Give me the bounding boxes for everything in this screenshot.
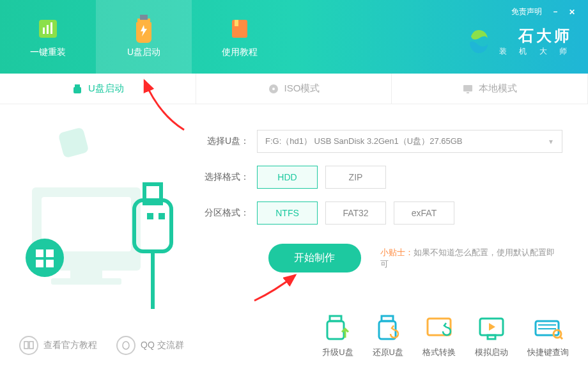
svg-rect-28 bbox=[327, 321, 344, 339]
usb-illustration bbox=[26, 123, 179, 303]
svg-rect-7 bbox=[75, 84, 80, 87]
action-hotkey-lookup[interactable]: 快捷键查询 bbox=[527, 315, 569, 358]
app-header: 一键重装 U盘启动 使用教程 免责声明 － ✕ 石大师 装 机 大 师 bbox=[0, 0, 588, 74]
nav-tutorial-label: 使用教程 bbox=[222, 47, 258, 58]
start-button[interactable]: 开始制作 bbox=[268, 244, 361, 272]
footer-qq[interactable]: QQ 交流群 bbox=[116, 336, 184, 355]
svg-rect-20 bbox=[46, 249, 54, 257]
svg-rect-16 bbox=[70, 271, 102, 278]
svg-rect-17 bbox=[51, 278, 121, 285]
usb-icon bbox=[72, 83, 83, 95]
brand-logo-icon bbox=[465, 28, 493, 56]
svg-rect-1 bbox=[43, 28, 45, 34]
footer-tutorial[interactable]: 查看官方教程 bbox=[19, 336, 97, 355]
restore-usb-icon bbox=[373, 315, 403, 342]
usb-boot-icon bbox=[131, 16, 157, 42]
book-icon bbox=[19, 336, 38, 355]
svg-rect-5 bbox=[232, 20, 247, 38]
svg-rect-2 bbox=[47, 25, 49, 34]
svg-line-38 bbox=[560, 336, 562, 339]
partition-fat32[interactable]: FAT32 bbox=[325, 201, 386, 225]
reinstall-icon bbox=[35, 16, 61, 42]
svg-rect-6 bbox=[235, 20, 238, 26]
disk-label: 选择U盘： bbox=[205, 136, 249, 147]
config-form: 选择U盘： F:G:（hd1） USB SanDisk 3.2Gen1（U盘）2… bbox=[205, 123, 562, 303]
svg-rect-33 bbox=[488, 335, 495, 339]
nav-reinstall-label: 一键重装 bbox=[30, 47, 66, 58]
format-convert-icon bbox=[424, 315, 454, 342]
tutorial-icon bbox=[227, 16, 252, 42]
nav-usb-boot-label: U盘启动 bbox=[127, 47, 160, 58]
minimize-icon[interactable]: － bbox=[552, 6, 559, 17]
close-icon[interactable]: ✕ bbox=[569, 8, 575, 17]
svg-rect-22 bbox=[46, 260, 54, 267]
svg-point-39 bbox=[123, 342, 129, 349]
format-zip[interactable]: ZIP bbox=[325, 166, 386, 189]
brand-sub: 装 机 大 师 bbox=[499, 46, 572, 57]
mode-tabs: U盘启动 ISO模式 本地模式 bbox=[0, 74, 588, 104]
partition-exfat[interactable]: exFAT bbox=[394, 201, 454, 225]
simulate-boot-icon bbox=[476, 315, 507, 342]
svg-rect-19 bbox=[36, 249, 43, 257]
main-content: 选择U盘： F:G:（hd1） USB SanDisk 3.2Gen1（U盘）2… bbox=[0, 104, 588, 303]
nav-usb-boot[interactable]: U盘启动 bbox=[96, 0, 192, 74]
disclaimer-link[interactable]: 免责声明 bbox=[511, 6, 542, 17]
svg-rect-3 bbox=[50, 22, 52, 34]
svg-rect-12 bbox=[467, 92, 469, 93]
nav-reinstall[interactable]: 一键重装 bbox=[0, 0, 96, 74]
action-restore-usb[interactable]: 还原U盘 bbox=[373, 315, 403, 358]
brand-name: 石大师 bbox=[499, 26, 572, 46]
tab-iso-mode[interactable]: ISO模式 bbox=[196, 74, 392, 104]
tab-usb-boot[interactable]: U盘启动 bbox=[0, 74, 196, 104]
partition-label: 分区格式： bbox=[205, 207, 249, 219]
format-hdd[interactable]: HDD bbox=[257, 166, 318, 189]
brand: 石大师 装 机 大 师 bbox=[465, 26, 572, 57]
iso-icon bbox=[268, 83, 279, 95]
svg-rect-4 bbox=[140, 15, 148, 20]
action-simulate-boot[interactable]: 模拟启动 bbox=[475, 315, 508, 358]
svg-rect-11 bbox=[463, 85, 472, 91]
svg-rect-13 bbox=[58, 127, 89, 159]
window-controls: 免责声明 － ✕ bbox=[511, 6, 575, 17]
svg-rect-21 bbox=[36, 260, 43, 267]
partition-ntfs[interactable]: NTFS bbox=[257, 201, 318, 225]
svg-point-10 bbox=[272, 88, 275, 90]
qq-icon bbox=[116, 336, 135, 355]
hotkey-icon bbox=[533, 315, 564, 342]
svg-point-18 bbox=[26, 239, 64, 277]
tip-text: 小贴士：如果不知道怎么配置，使用默认配置即可 bbox=[380, 247, 562, 270]
disk-dropdown[interactable]: F:G:（hd1） USB SanDisk 3.2Gen1（U盘）27.65GB bbox=[257, 130, 562, 153]
tab-local-mode[interactable]: 本地模式 bbox=[392, 74, 588, 104]
action-format-convert[interactable]: 格式转换 bbox=[422, 315, 456, 358]
svg-rect-26 bbox=[159, 213, 165, 219]
format-label: 选择格式： bbox=[205, 171, 249, 183]
nav-tutorial[interactable]: 使用教程 bbox=[192, 0, 288, 74]
upgrade-usb-icon bbox=[322, 315, 353, 342]
svg-rect-8 bbox=[74, 87, 81, 93]
svg-rect-25 bbox=[147, 213, 153, 219]
action-upgrade-usb[interactable]: 升级U盘 bbox=[322, 315, 353, 358]
monitor-icon bbox=[462, 83, 474, 95]
footer-links: 查看官方教程 QQ 交流群 bbox=[19, 336, 184, 355]
bottom-actions: 升级U盘 还原U盘 格式转换 模拟启动 快捷键查询 bbox=[322, 315, 569, 358]
